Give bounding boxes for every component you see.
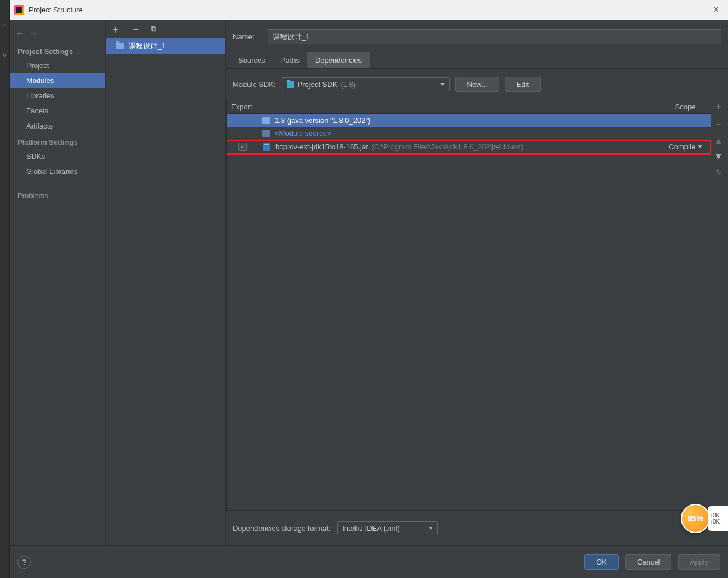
chevron-down-icon [698, 145, 702, 148]
name-label: Name: [233, 33, 261, 41]
column-scope[interactable]: Scope [660, 100, 711, 113]
tab-dependencies[interactable]: Dependencies [307, 52, 370, 68]
sidebar-item-problems[interactable]: Problems [10, 188, 105, 203]
sidebar-item-sdks[interactable]: SDKs [10, 149, 105, 164]
help-icon[interactable]: ? [17, 556, 31, 569]
widget-percent: 85% [681, 504, 710, 533]
dependency-actions: ＋ － ▲ ▼ ✎ [711, 100, 726, 511]
storage-format-combo[interactable]: IntelliJ IDEA (.iml) [337, 521, 438, 535]
dep-export-checkbox[interactable]: ✓ [238, 143, 247, 151]
module-sdk-combo[interactable]: Project SDK (1.8) [282, 77, 450, 91]
widget-upload: 0K [710, 512, 728, 519]
window-title: Project Structure [29, 6, 83, 14]
sidebar-item-global-libraries[interactable]: Global Libraries [10, 164, 105, 179]
dep-row-module-source[interactable]: <Module source> [227, 127, 711, 140]
edit-sdk-button[interactable]: Edit [505, 77, 541, 92]
add-dependency-icon[interactable]: ＋ [714, 101, 723, 113]
chevron-down-icon [428, 527, 433, 530]
storage-format-value: IntelliJ IDEA (.iml) [342, 524, 400, 533]
column-export[interactable]: Export [227, 100, 660, 113]
move-down-icon[interactable]: ▼ [714, 152, 723, 162]
module-item-label: 课程设计_1 [128, 41, 165, 51]
module-source-folder-icon [262, 130, 270, 137]
settings-sidebar: ← → Project Settings Project Modules Lib… [10, 20, 106, 545]
tab-paths[interactable]: Paths [273, 52, 307, 68]
dep-sdk-label: 1.8 (java version "1.8.0_202") [275, 116, 370, 125]
app-icon [14, 5, 24, 15]
section-platform-settings: Platform Settings [10, 134, 105, 149]
sdk-folder-icon [262, 117, 270, 124]
forward-icon[interactable]: → [30, 28, 39, 38]
storage-format-label: Dependencies storage format: [233, 524, 330, 533]
module-sdk-label: Module SDK: [233, 80, 276, 89]
widget-download: 0K [710, 519, 728, 525]
module-sdk-version: (1.8) [340, 80, 356, 89]
bottom-bar: ? OK Cancel Apply [10, 545, 728, 578]
module-tabs: Sources Paths Dependencies [226, 52, 728, 69]
move-up-icon[interactable]: ▲ [714, 136, 723, 146]
dep-jar-name: bcprov-ext-jdk15to18-165.jar [275, 143, 368, 151]
tab-sources[interactable]: Sources [231, 52, 273, 68]
remove-dependency-icon[interactable]: － [714, 118, 723, 130]
dependencies-table: Export Scope 1.8 (java version "1.8.0_20… [226, 100, 711, 511]
ok-button[interactable]: OK [584, 554, 619, 570]
dep-module-source-label: <Module source> [275, 129, 331, 137]
chevron-down-icon [440, 83, 445, 86]
remove-module-icon[interactable]: － [131, 22, 141, 36]
sidebar-item-artifacts[interactable]: Artifacts [10, 118, 105, 134]
cancel-button[interactable]: Cancel [625, 554, 671, 570]
dep-jar-path: (C:\Program Files\Java\jdk1.8.0_202\jre\… [371, 143, 523, 151]
sidebar-item-facets[interactable]: Facets [10, 103, 105, 118]
module-sdk-value: Project SDK [298, 80, 338, 89]
back-icon[interactable]: ← [15, 28, 24, 38]
edit-dependency-icon[interactable]: ✎ [715, 167, 722, 178]
module-folder-icon [116, 43, 124, 49]
dep-row-sdk[interactable]: 1.8 (java version "1.8.0_202") [227, 114, 711, 127]
network-widget[interactable]: 85% 0K 0K [681, 504, 728, 533]
sidebar-item-modules[interactable]: Modules [10, 73, 105, 88]
dep-row-jar[interactable]: ✓ bcprov-ext-jdk15to18-165.jar (C:\Progr… [227, 140, 711, 155]
add-module-icon[interactable]: ＋ [110, 22, 121, 36]
close-icon[interactable]: × [708, 2, 724, 18]
apply-button[interactable]: Apply [678, 554, 720, 570]
dep-scope-value: Compile [669, 143, 695, 151]
sdk-folder-icon [287, 81, 294, 88]
sidebar-item-libraries[interactable]: Libraries [10, 88, 105, 103]
module-item[interactable]: 课程设计_1 [106, 38, 225, 54]
titlebar[interactable]: Project Structure × [10, 0, 728, 20]
module-name-input[interactable] [268, 29, 721, 44]
jar-icon [263, 143, 270, 151]
background-editor-strip: Py [0, 0, 10, 578]
sidebar-item-project[interactable]: Project [10, 58, 105, 73]
module-details-panel: Name: Sources Paths Dependencies Module … [226, 20, 728, 545]
section-project-settings: Project Settings [10, 43, 105, 58]
module-list-panel: ＋ － ⧉ 课程设计_1 [106, 20, 226, 545]
dialog-body: ← → Project Settings Project Modules Lib… [10, 20, 728, 578]
new-sdk-button[interactable]: New... [455, 77, 499, 92]
dep-scope-combo[interactable]: Compile [655, 143, 706, 151]
copy-module-icon[interactable]: ⧉ [151, 24, 156, 34]
